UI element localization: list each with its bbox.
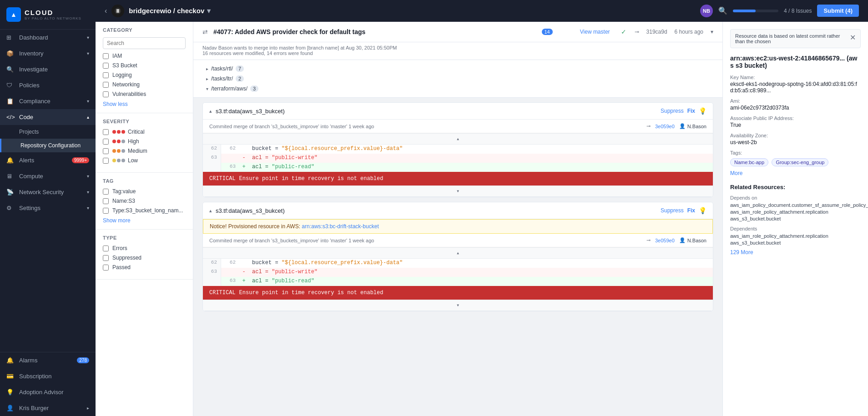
medium-label: Medium bbox=[128, 148, 147, 154]
notice-close-button[interactable]: ✕ bbox=[850, 33, 856, 42]
tags-label: Tags: bbox=[730, 150, 861, 155]
tree-terraform-aws[interactable]: ▾ /terraform/aws/ 3 bbox=[202, 84, 713, 94]
commit-id: 319ca9d bbox=[646, 29, 667, 35]
passed-checkbox[interactable] bbox=[103, 265, 109, 271]
filter-medium[interactable]: Medium bbox=[103, 148, 186, 154]
notice-link[interactable]: arn:aws:s3:bc-drift-stack-bucket bbox=[302, 223, 378, 230]
fix-button-1[interactable]: Fix bbox=[687, 108, 695, 114]
type-s3-label: Type:S3_bucket_long_nam... bbox=[112, 207, 183, 214]
logging-checkbox[interactable] bbox=[103, 72, 109, 78]
filter-type-s3[interactable]: Type:S3_bucket_long_nam... bbox=[103, 207, 186, 214]
category-title: CATEGORY bbox=[103, 27, 186, 33]
tag-value-checkbox[interactable] bbox=[103, 189, 109, 195]
resource-actions-1: Suppress Fix 💡 bbox=[661, 107, 707, 115]
code-line-added-2: 63 + acl = "public-read" bbox=[203, 277, 713, 286]
suppress-button-1[interactable]: Suppress bbox=[661, 108, 684, 114]
resource-block-2: ▴ s3.tf:data(aws_s3_bukcet) Suppress Fix… bbox=[202, 202, 713, 311]
nav-user-profile[interactable]: 👤 Kris Burger ▸ bbox=[0, 400, 96, 416]
view-master-link[interactable]: View master bbox=[580, 29, 610, 35]
s3-checkbox[interactable] bbox=[103, 63, 109, 69]
fix-button-2[interactable]: Fix bbox=[687, 207, 695, 214]
nav-investigate[interactable]: 🔍 Investigate bbox=[0, 61, 96, 77]
iam-checkbox[interactable] bbox=[103, 53, 109, 59]
nav-code[interactable]: </> Code ▴ bbox=[0, 109, 96, 125]
low-checkbox[interactable] bbox=[103, 158, 109, 164]
tree-label-tasks-ltr: /tasks/ltr/ bbox=[211, 75, 233, 82]
notice-bar: Notice! Provisioned resource in AWS: arn… bbox=[203, 219, 713, 234]
show-more-tag-link[interactable]: Show more bbox=[103, 217, 131, 224]
filter-passed[interactable]: Passed bbox=[103, 264, 186, 271]
repo-dropdown-icon[interactable]: ▾ bbox=[207, 7, 211, 15]
nav-label-settings: Settings bbox=[19, 205, 40, 211]
code-expand-up-2[interactable]: ▴ bbox=[203, 247, 713, 259]
code-expand-down-2[interactable]: ▾ bbox=[203, 300, 713, 311]
category-search[interactable] bbox=[103, 37, 186, 49]
filter-logging[interactable]: Logging bbox=[103, 72, 186, 78]
nav-compute[interactable]: 🖥 Compute ▾ bbox=[0, 168, 96, 184]
depends-on-item-2: aws_iam_role_policy_attachment.replicati… bbox=[730, 209, 861, 215]
critical-checkbox[interactable] bbox=[103, 129, 109, 135]
commit-right-2: ⊸ 3e059e0 👤 N.Bason bbox=[646, 237, 707, 243]
filter-low[interactable]: Low bbox=[103, 157, 186, 164]
resource-header-1: ▴ s3.tf:data(aws_s3_bukcet) Suppress Fix… bbox=[203, 103, 713, 120]
search-button[interactable]: 🔍 bbox=[718, 6, 727, 15]
nav-compliance[interactable]: 📋 Compliance ▾ bbox=[0, 93, 96, 109]
code-line-removed-2: 63 - acl = "public-write" bbox=[203, 268, 713, 277]
more-tags-link[interactable]: More bbox=[730, 170, 861, 176]
suppress-button-2[interactable]: Suppress bbox=[661, 207, 684, 214]
code-expand-up[interactable]: ▴ bbox=[203, 133, 713, 145]
filter-suppressed[interactable]: Suppressed bbox=[103, 255, 186, 261]
tree-tasks-ltr[interactable]: ▸ /tasks/ltr/ 2 bbox=[202, 74, 713, 84]
type-title: TYPE bbox=[103, 235, 186, 241]
tag-bc-app: Name:bc-app bbox=[730, 158, 768, 166]
filter-iam[interactable]: IAM bbox=[103, 53, 186, 59]
adoption-advisor-label: Adoption Advisor bbox=[19, 389, 64, 396]
nav-settings[interactable]: ⚙ Settings ▾ bbox=[0, 200, 96, 216]
vulnerabilities-checkbox[interactable] bbox=[103, 91, 109, 97]
sidebar-item-projects[interactable]: Projects bbox=[0, 125, 96, 139]
nav-alerts[interactable]: 🔔 Alerts 9999+ bbox=[0, 152, 96, 168]
filter-tag-value[interactable]: Tag:value bbox=[103, 188, 186, 195]
nav-label-network-security: Network Security bbox=[19, 189, 64, 195]
nav-network-security[interactable]: 📡 Network Security ▾ bbox=[0, 184, 96, 200]
filter-high[interactable]: High bbox=[103, 138, 186, 145]
terraform-aws-count: 3 bbox=[250, 85, 258, 92]
nav-policies[interactable]: 🛡 Policies bbox=[0, 77, 96, 93]
commit-hash-2[interactable]: 3e059e0 bbox=[655, 238, 675, 243]
networking-checkbox[interactable] bbox=[103, 82, 109, 88]
filter-networking[interactable]: Networking bbox=[103, 81, 186, 88]
network-icon: 📡 bbox=[6, 189, 15, 195]
medium-checkbox[interactable] bbox=[103, 148, 109, 154]
commit-hash-1[interactable]: 3e059e0 bbox=[655, 124, 675, 129]
associate-ip-label: Associate Public IP Address: bbox=[730, 115, 861, 121]
code-expand-down[interactable]: ▾ bbox=[203, 185, 713, 197]
filter-s3-bucket[interactable]: S3 Bucket bbox=[103, 62, 186, 69]
more-related-link[interactable]: 129 More bbox=[730, 249, 861, 256]
nav-subscription[interactable]: 💳 Subscription bbox=[0, 368, 96, 384]
high-checkbox[interactable] bbox=[103, 139, 109, 145]
tree-tasks-rtl[interactable]: ▸ /tasks/rtl/ 7 bbox=[202, 64, 713, 74]
filter-errors[interactable]: Errors bbox=[103, 245, 186, 251]
nav-alarms[interactable]: 🔔 Alarms 278 bbox=[0, 352, 96, 368]
topbar: ‹ bridgecrewio / checkov ▾ NB 🔍 4 / 8 Is… bbox=[96, 0, 868, 22]
type-section: TYPE Errors Suppressed Passed bbox=[96, 230, 193, 280]
suppressed-checkbox[interactable] bbox=[103, 255, 109, 261]
filter-vulnerabilities[interactable]: Vulnerabilities bbox=[103, 91, 186, 97]
logo-text: CLOUD bbox=[25, 9, 53, 16]
filter-name-s3[interactable]: Name:S3 bbox=[103, 198, 186, 204]
errors-checkbox[interactable] bbox=[103, 246, 109, 251]
nav-adoption-advisor[interactable]: 💡 Adoption Advisor bbox=[0, 384, 96, 400]
expand-icon[interactable]: ▾ bbox=[711, 29, 713, 35]
nav-dashboard[interactable]: ⊞ Dashboard ▾ bbox=[0, 30, 96, 45]
nav-inventory[interactable]: 📦 Inventory ▾ bbox=[0, 45, 96, 61]
name-s3-checkbox[interactable] bbox=[103, 198, 109, 204]
code-line-normal-1: 62 62 bucket = "${local.resource_prefix.… bbox=[203, 145, 713, 154]
submit-button[interactable]: Submit (4) bbox=[817, 5, 859, 17]
sidebar-item-repository-config[interactable]: Repository Configuration bbox=[0, 139, 96, 152]
critical-bar-1: CRITICAL Ensure point in time recovery i… bbox=[203, 172, 713, 185]
back-button[interactable]: ‹ bbox=[105, 7, 107, 15]
filter-critical[interactable]: Critical bbox=[103, 129, 186, 135]
inventory-icon: 📦 bbox=[6, 50, 15, 57]
show-less-link[interactable]: Show less bbox=[103, 101, 128, 107]
type-s3-checkbox[interactable] bbox=[103, 208, 109, 214]
